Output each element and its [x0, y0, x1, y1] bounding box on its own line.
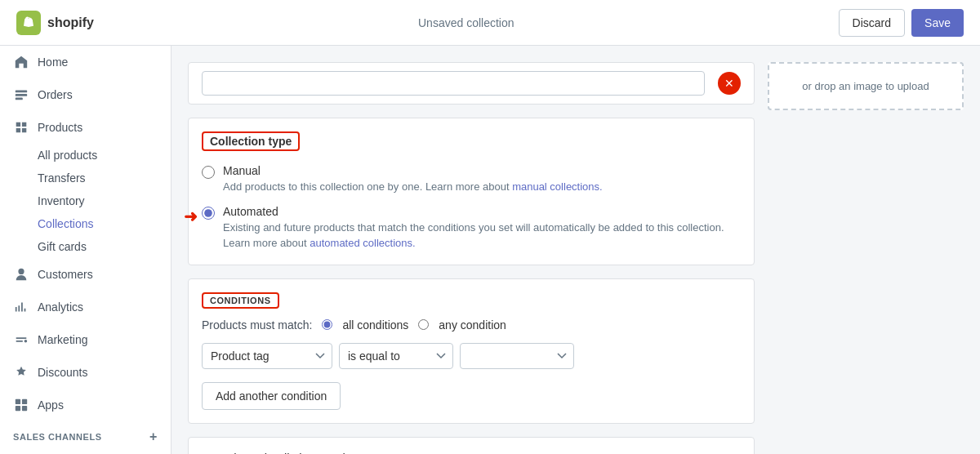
shopify-text: shopify [47, 16, 94, 30]
sidebar-discounts-label: Discounts [38, 366, 158, 379]
any-condition-label: any condition [439, 318, 506, 332]
svg-rect-5 [22, 399, 27, 404]
home-icon [13, 54, 29, 70]
condition-operator-select[interactable]: is equal to is not equal to contains [339, 343, 453, 369]
svg-rect-4 [16, 399, 20, 404]
page-title: Unsaved collection [418, 16, 514, 29]
sidebar-item-discounts[interactable]: Discounts [0, 356, 171, 389]
discard-button[interactable]: Discard [839, 9, 905, 37]
collection-type-card: Collection type Manual Add products to t… [188, 118, 755, 265]
automated-label: Automated [223, 205, 741, 218]
sidebar-analytics-label: Analytics [38, 300, 158, 314]
drop-text: or drop an image to upload [802, 80, 929, 92]
sidebar-item-products[interactable]: Products [0, 111, 171, 144]
svg-rect-6 [16, 406, 20, 411]
sales-channels-label: SALES CHANNELS [13, 432, 102, 442]
top-partial-card: ✕ [188, 62, 755, 105]
conditions-title: CONDITIONS [202, 292, 279, 309]
shopify-logo: shopify [16, 11, 94, 35]
svg-rect-0 [16, 91, 27, 93]
sidebar-item-customers[interactable]: Customers [0, 258, 171, 291]
match-row: Products must match: all conditions any … [202, 318, 741, 332]
sidebar-customers-label: Customers [38, 268, 158, 281]
add-condition-button[interactable]: Add another condition [202, 382, 341, 410]
sidebar-item-home[interactable]: Home [0, 46, 171, 78]
all-conditions-label: all conditions [342, 318, 408, 332]
header-left: shopify [16, 11, 94, 35]
svg-rect-2 [16, 98, 23, 100]
collection-type-title: Collection type [202, 131, 300, 151]
sidebar-orders-label: Orders [38, 88, 158, 101]
sidebar-home-label: Home [38, 56, 158, 69]
all-conditions-radio[interactable] [322, 319, 332, 330]
content-right: or drop an image to upload [768, 62, 964, 110]
manual-label: Manual [223, 164, 603, 177]
customers-icon [13, 266, 29, 283]
sidebar-marketing-label: Marketing [38, 333, 158, 346]
header-actions: Discard Save [839, 9, 964, 37]
automated-radio[interactable] [202, 207, 215, 220]
automated-desc: Existing and future products that match … [223, 220, 741, 251]
condition-row: Product tag Product title Product type P… [202, 343, 741, 369]
products-subnav: All products Transfers Inventory Collect… [0, 144, 171, 258]
manual-desc: Add products to this collection one by o… [223, 179, 603, 195]
sidebar-item-marketing[interactable]: Marketing [0, 323, 171, 356]
svg-point-3 [24, 340, 28, 343]
condition-value-select[interactable] [460, 343, 574, 369]
sales-channels-header: SALES CHANNELS + [0, 421, 171, 452]
seo-title: Search engine listing preview [202, 451, 741, 455]
shopify-logo-icon [16, 11, 41, 35]
collection-title-input[interactable] [202, 71, 705, 96]
condition-type-select[interactable]: Product tag Product title Product type P… [202, 343, 332, 369]
apps-icon [13, 397, 29, 413]
arrow-indicator: ➜ [184, 207, 198, 226]
sidebar-item-inventory[interactable]: Inventory [38, 189, 171, 212]
sidebar: Home Orders Products All products Transf… [0, 46, 172, 454]
products-icon [13, 119, 29, 136]
sidebar-item-analytics[interactable]: Analytics [0, 291, 171, 323]
clear-input-icon[interactable]: ✕ [718, 72, 741, 95]
add-sales-channel-icon[interactable]: + [149, 430, 158, 444]
manual-radio[interactable] [202, 166, 215, 179]
match-label: Products must match: [202, 318, 312, 332]
sidebar-item-transfers[interactable]: Transfers [38, 167, 171, 189]
manual-option-content: Manual Add products to this collection o… [223, 164, 603, 195]
orders-icon [13, 87, 29, 103]
sidebar-item-collections[interactable]: Collections [38, 212, 171, 235]
conditions-card: CONDITIONS Products must match: all cond… [188, 278, 755, 424]
automated-collections-link[interactable]: automated collections. [310, 237, 415, 249]
discounts-icon [13, 364, 29, 381]
image-upload-area[interactable]: or drop an image to upload [768, 62, 964, 110]
automated-option: ➜ Automated Existing and future products… [202, 205, 741, 251]
sidebar-item-apps[interactable]: Apps [0, 389, 171, 421]
save-button[interactable]: Save [911, 9, 964, 37]
analytics-icon [13, 299, 29, 315]
collection-type-options: Manual Add products to this collection o… [202, 164, 741, 251]
sidebar-products-label: Products [38, 121, 158, 134]
any-condition-radio[interactable] [418, 319, 429, 330]
sidebar-item-gift-cards[interactable]: Gift cards [38, 235, 171, 258]
header: shopify Unsaved collection Discard Save [0, 0, 980, 46]
content-center: ✕ Collection type Manual Add products to… [188, 62, 755, 454]
sidebar-apps-label: Apps [38, 398, 158, 412]
svg-rect-1 [16, 94, 27, 96]
sidebar-item-orders[interactable]: Orders [0, 78, 171, 111]
sidebar-item-all-products[interactable]: All products [38, 144, 171, 167]
seo-card: Search engine listing preview Summer col… [188, 437, 755, 455]
svg-rect-7 [22, 406, 27, 411]
main-content: ✕ Collection type Manual Add products to… [172, 46, 980, 454]
marketing-icon [13, 332, 29, 348]
manual-collections-link[interactable]: manual collections. [512, 180, 603, 193]
manual-option: Manual Add products to this collection o… [202, 164, 741, 195]
layout: Home Orders Products All products Transf… [0, 46, 980, 454]
automated-option-content: Automated Existing and future products t… [223, 205, 741, 251]
